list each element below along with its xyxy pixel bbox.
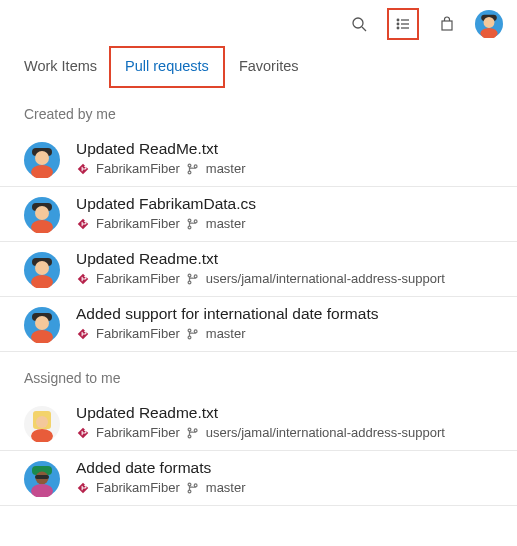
branch-icon <box>186 272 200 286</box>
repo-icon <box>76 162 90 176</box>
branch-name: master <box>206 326 246 341</box>
branch-name: users/jamal/international-address-suppor… <box>206 271 445 286</box>
shopping-bag-icon[interactable] <box>431 8 463 40</box>
svg-point-11 <box>484 17 495 28</box>
list-created-by-me: Updated ReadMe.txt FabrikamFiber master … <box>0 132 517 352</box>
list-assigned-to-me: Updated Readme.txt FabrikamFiber users/j… <box>0 396 517 506</box>
repo-icon <box>76 327 90 341</box>
repo-name: FabrikamFiber <box>96 271 180 286</box>
section-label-assigned: Assigned to me <box>0 352 517 396</box>
section-label-created: Created by me <box>0 88 517 132</box>
pull-request-row[interactable]: Updated Readme.txt FabrikamFiber users/j… <box>0 396 517 451</box>
author-avatar <box>24 406 60 442</box>
pr-meta: FabrikamFiber master <box>76 161 246 176</box>
row-content: Added support for international date for… <box>76 305 378 341</box>
repo-icon <box>76 481 90 495</box>
author-avatar <box>24 461 60 497</box>
svg-line-1 <box>362 27 366 31</box>
row-content: Added date formats FabrikamFiber master <box>76 459 246 495</box>
svg-point-0 <box>353 18 363 28</box>
search-icon[interactable] <box>343 8 375 40</box>
repo-icon <box>76 272 90 286</box>
pr-title: Updated Readme.txt <box>76 404 445 422</box>
pr-title: Added support for international date for… <box>76 305 378 323</box>
pr-title: Added date formats <box>76 459 246 477</box>
author-avatar <box>24 252 60 288</box>
branch-name: users/jamal/international-address-suppor… <box>206 425 445 440</box>
tab-favorites[interactable]: Favorites <box>225 48 313 88</box>
pr-title: Updated ReadMe.txt <box>76 140 246 158</box>
repo-name: FabrikamFiber <box>96 216 180 231</box>
branch-icon <box>186 162 200 176</box>
author-avatar <box>24 142 60 178</box>
pr-meta: FabrikamFiber users/jamal/international-… <box>76 271 445 286</box>
author-avatar <box>24 197 60 233</box>
branch-icon <box>186 327 200 341</box>
list-view-icon[interactable] <box>387 8 419 40</box>
row-content: Updated FabrikamData.cs FabrikamFiber ma… <box>76 195 256 231</box>
pr-title: Updated FabrikamData.cs <box>76 195 256 213</box>
repo-icon <box>76 217 90 231</box>
svg-rect-8 <box>442 21 452 30</box>
row-content: Updated Readme.txt FabrikamFiber users/j… <box>76 404 445 440</box>
user-avatar[interactable] <box>475 10 503 38</box>
pull-request-row[interactable]: Updated Readme.txt FabrikamFiber users/j… <box>0 242 517 297</box>
branch-icon <box>186 481 200 495</box>
tab-pull-requests[interactable]: Pull requests <box>109 46 225 88</box>
top-toolbar <box>0 0 517 44</box>
svg-point-2 <box>397 19 399 21</box>
pull-request-row[interactable]: Updated FabrikamData.cs FabrikamFiber ma… <box>0 187 517 242</box>
pr-meta: FabrikamFiber users/jamal/international-… <box>76 425 445 440</box>
repo-name: FabrikamFiber <box>96 161 180 176</box>
repo-name: FabrikamFiber <box>96 480 180 495</box>
pr-meta: FabrikamFiber master <box>76 326 378 341</box>
branch-icon <box>186 217 200 231</box>
tab-bar: Work Items Pull requests Favorites <box>0 44 517 88</box>
branch-name: master <box>206 216 246 231</box>
repo-icon <box>76 426 90 440</box>
repo-name: FabrikamFiber <box>96 326 180 341</box>
tab-work-items[interactable]: Work Items <box>10 48 111 88</box>
pull-request-row[interactable]: Added date formats FabrikamFiber master <box>0 451 517 506</box>
pull-request-row[interactable]: Added support for international date for… <box>0 297 517 352</box>
pr-meta: FabrikamFiber master <box>76 216 256 231</box>
svg-point-6 <box>397 27 399 29</box>
pr-title: Updated Readme.txt <box>76 250 445 268</box>
pull-request-row[interactable]: Updated ReadMe.txt FabrikamFiber master <box>0 132 517 187</box>
row-content: Updated Readme.txt FabrikamFiber users/j… <box>76 250 445 286</box>
branch-name: master <box>206 161 246 176</box>
branch-icon <box>186 426 200 440</box>
author-avatar <box>24 307 60 343</box>
branch-name: master <box>206 480 246 495</box>
repo-name: FabrikamFiber <box>96 425 180 440</box>
svg-point-4 <box>397 23 399 25</box>
row-content: Updated ReadMe.txt FabrikamFiber master <box>76 140 246 176</box>
pr-meta: FabrikamFiber master <box>76 480 246 495</box>
